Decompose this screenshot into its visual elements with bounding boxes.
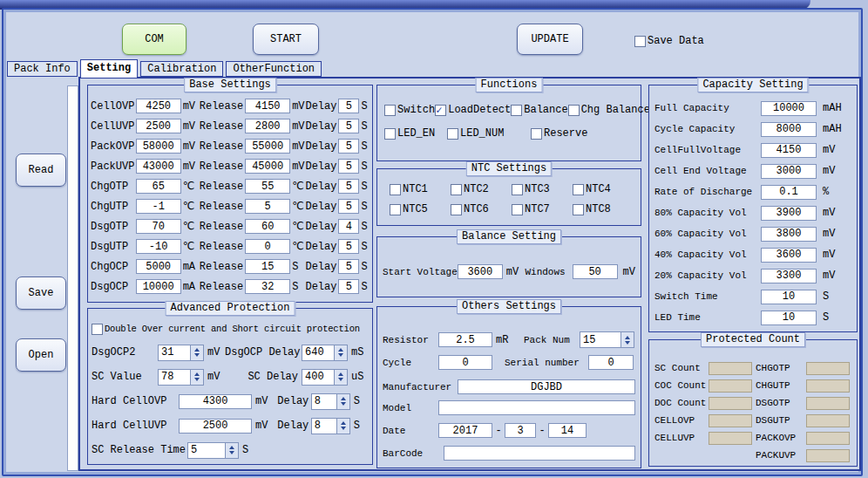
hard-cellovp-delay-spinner[interactable]: [311, 393, 350, 410]
delay-input[interactable]: [338, 159, 359, 174]
date-year-input[interactable]: [438, 423, 492, 438]
release-input[interactable]: [245, 99, 290, 113]
release-input[interactable]: [245, 259, 290, 274]
release-input[interactable]: [245, 179, 290, 194]
led-en-checkbox[interactable]: [384, 128, 396, 140]
switch-checkbox[interactable]: [384, 105, 396, 116]
manufacturer-input[interactable]: [458, 379, 635, 394]
com-button[interactable]: COM: [122, 24, 186, 55]
date-day-input[interactable]: [548, 423, 587, 438]
sc-delay-input[interactable]: [302, 369, 335, 386]
balance-checkbox[interactable]: [511, 105, 522, 116]
tab-calibration[interactable]: Calibration: [140, 61, 223, 77]
spinner-arrows-icon[interactable]: [621, 331, 634, 348]
tab-pack-info[interactable]: Pack Info: [7, 61, 78, 77]
spinner-arrows-icon[interactable]: [337, 393, 350, 410]
value-input[interactable]: [136, 259, 181, 274]
release-input[interactable]: [245, 139, 290, 154]
ntc1-checkbox[interactable]: [390, 184, 401, 195]
delay-input[interactable]: [338, 179, 359, 194]
sc-delay-spinner[interactable]: [302, 369, 348, 386]
value-input[interactable]: [136, 119, 181, 133]
reserve-checkbox[interactable]: [531, 128, 542, 140]
capacity-input[interactable]: [761, 206, 817, 221]
capacity-input[interactable]: [761, 269, 817, 283]
cycle-input[interactable]: [438, 355, 492, 370]
capacity-input[interactable]: [761, 185, 817, 200]
hard-cellovp-input[interactable]: [179, 394, 252, 409]
capacity-input[interactable]: [761, 311, 817, 325]
sc-release-spinner[interactable]: [187, 442, 239, 459]
ntc4-checkbox[interactable]: [573, 184, 584, 195]
spinner-arrows-icon[interactable]: [191, 369, 204, 386]
capacity-input[interactable]: [761, 164, 817, 179]
release-input[interactable]: [245, 119, 290, 133]
spinner-arrows-icon[interactable]: [337, 418, 350, 434]
value-input[interactable]: [136, 219, 181, 234]
open-button[interactable]: Open: [16, 338, 66, 372]
model-input[interactable]: [438, 400, 635, 415]
delay-input[interactable]: [338, 199, 359, 214]
hard-cellovp-delay-input[interactable]: [311, 393, 337, 410]
tab-otherfunction[interactable]: OtherFunction: [226, 61, 322, 77]
value-input[interactable]: [136, 279, 181, 294]
pack-num-spinner[interactable]: [580, 331, 634, 348]
vertical-scrollbar-track[interactable]: [67, 85, 78, 471]
ntc8-checkbox[interactable]: [573, 204, 584, 215]
value-input[interactable]: [136, 159, 181, 174]
chg-balance-checkbox[interactable]: [568, 105, 580, 116]
windows-input[interactable]: [573, 264, 618, 279]
pack-num-input[interactable]: [580, 331, 621, 348]
start-voltage-input[interactable]: [458, 264, 503, 279]
hard-celluvp-delay-spinner[interactable]: [311, 418, 350, 434]
update-button[interactable]: UPDATE: [517, 24, 583, 55]
sc-value-spinner[interactable]: [158, 369, 204, 386]
resistor-input[interactable]: [438, 332, 492, 347]
hard-celluvp-input[interactable]: [179, 419, 252, 434]
delay-input[interactable]: [338, 279, 359, 294]
release-input[interactable]: [245, 239, 290, 254]
start-button[interactable]: START: [253, 24, 319, 55]
delay-input[interactable]: [338, 219, 359, 234]
release-input[interactable]: [245, 159, 290, 174]
barcode-input[interactable]: [444, 446, 635, 461]
double-protection-checkbox[interactable]: [92, 324, 103, 335]
delay-input[interactable]: [338, 239, 359, 254]
ntc5-checkbox[interactable]: [390, 204, 401, 215]
capacity-input[interactable]: [761, 248, 817, 263]
dsgocp-delay-spinner[interactable]: [302, 345, 348, 361]
read-button[interactable]: Read: [16, 154, 66, 187]
dsgocp2-spinner[interactable]: [158, 345, 204, 361]
loaddetect-checkbox[interactable]: [435, 105, 446, 116]
value-input[interactable]: [136, 139, 181, 154]
date-month-input[interactable]: [505, 423, 536, 438]
ntc3-checkbox[interactable]: [512, 184, 523, 195]
dsgocp-delay-input[interactable]: [302, 345, 335, 361]
value-input[interactable]: [136, 99, 181, 113]
value-input[interactable]: [136, 179, 181, 194]
capacity-input[interactable]: [761, 143, 817, 158]
save-data-checkbox[interactable]: [634, 36, 646, 47]
release-input[interactable]: [245, 219, 290, 234]
hard-celluvp-delay-input[interactable]: [311, 418, 337, 434]
spinner-arrows-icon[interactable]: [226, 442, 239, 459]
ntc7-checkbox[interactable]: [512, 204, 523, 215]
ntc6-checkbox[interactable]: [451, 204, 462, 215]
sc-release-input[interactable]: [187, 442, 226, 459]
save-button[interactable]: Save: [16, 277, 66, 310]
delay-input[interactable]: [338, 139, 359, 154]
release-input[interactable]: [245, 279, 290, 294]
delay-input[interactable]: [338, 259, 359, 274]
capacity-input[interactable]: [761, 227, 817, 242]
ntc2-checkbox[interactable]: [451, 184, 462, 195]
release-input[interactable]: [245, 199, 290, 214]
capacity-input[interactable]: [761, 122, 817, 137]
dsgocp2-input[interactable]: [158, 345, 191, 361]
delay-input[interactable]: [338, 119, 359, 133]
led-num-checkbox[interactable]: [447, 128, 458, 140]
value-input[interactable]: [136, 239, 181, 254]
delay-input[interactable]: [338, 99, 359, 113]
value-input[interactable]: [136, 199, 181, 214]
spinner-arrows-icon[interactable]: [335, 345, 348, 361]
sc-value-input[interactable]: [158, 369, 191, 386]
